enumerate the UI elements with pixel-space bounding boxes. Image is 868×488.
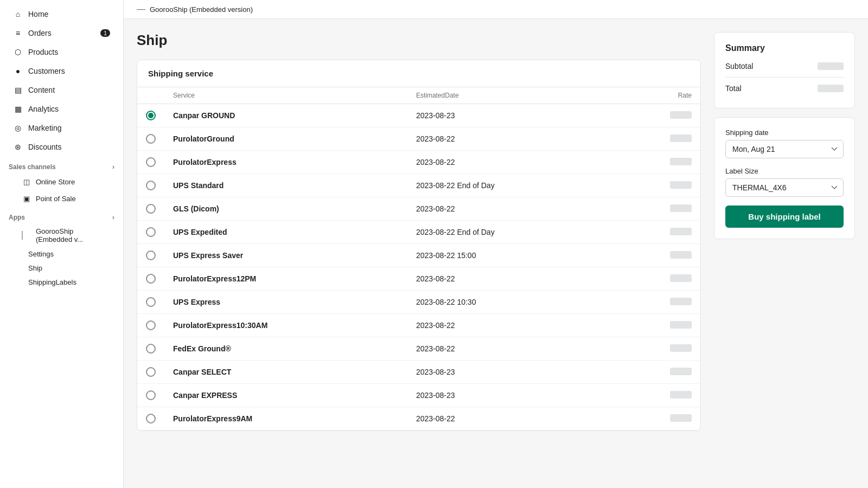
radio-button-gls-dicom[interactable] — [146, 204, 156, 214]
sidebar-item-content[interactable]: ▤ Content — [4, 81, 119, 99]
radio-cell[interactable] — [137, 407, 164, 431]
subtotal-label: Subtotal — [725, 62, 753, 70]
subtotal-value — [818, 62, 844, 70]
tree-line-icon — [22, 231, 29, 240]
summary-title: Summary — [725, 43, 844, 53]
table-row[interactable]: PurolatorExpress 2023-08-22 — [137, 151, 700, 174]
label-size-select[interactable]: THERMAL_4X6THERMAL_4X8LETTER — [725, 178, 844, 197]
table-row[interactable]: PurolatorExpress12PM 2023-08-22 — [137, 267, 700, 291]
sidebar-item-pos[interactable]: ▣ Point of Sale — [4, 190, 119, 207]
shipping-service-header: Shipping service — [137, 60, 700, 87]
service-name: UPS Standard — [173, 181, 224, 190]
table-row[interactable]: PurolatorExpress9AM 2023-08-22 — [137, 407, 700, 431]
breadcrumb-arrow-icon: — — [137, 4, 145, 14]
radio-button-fedex-ground[interactable] — [146, 344, 156, 354]
products-icon: ⬡ — [13, 47, 23, 57]
rate-cell — [616, 361, 700, 384]
radio-button-purolator-express-9am[interactable] — [146, 414, 156, 423]
radio-cell[interactable] — [137, 221, 164, 244]
app-name: GoorooShip (Embedded v... — [36, 227, 110, 243]
estimated-date-cell: 2023-08-22 — [407, 197, 616, 221]
sidebar-app-goorooship: GoorooShip (Embedded v... SettingsShipSh… — [0, 224, 123, 289]
main-content: — GoorooShip (Embedded version) Ship Shi… — [124, 0, 868, 488]
rate-cell — [616, 291, 700, 314]
radio-cell[interactable] — [137, 384, 164, 407]
sidebar-item-ship[interactable]: Ship — [4, 261, 119, 275]
rate-cell — [616, 174, 700, 197]
radio-cell[interactable] — [137, 151, 164, 174]
table-row[interactable]: Canpar SELECT 2023-08-23 — [137, 361, 700, 384]
apps-section: Apps › — [0, 207, 123, 223]
radio-cell[interactable] — [137, 267, 164, 291]
sidebar-item-products[interactable]: ⬡ Products — [4, 43, 119, 61]
radio-button-purolator-express-1030am[interactable] — [146, 320, 156, 330]
radio-cell[interactable] — [137, 314, 164, 337]
rate-cell — [616, 267, 700, 291]
sidebar-item-analytics[interactable]: ▦ Analytics — [4, 100, 119, 118]
radio-button-canpar-ground[interactable] — [146, 111, 156, 120]
radio-button-canpar-express[interactable] — [146, 390, 156, 400]
rate-value — [670, 391, 692, 399]
table-row[interactable]: Canpar GROUND 2023-08-23 — [137, 104, 700, 127]
sidebar-item-discounts[interactable]: ⊛ Discounts — [4, 138, 119, 156]
total-row: Total — [725, 84, 844, 93]
sidebar-item-label: Discounts — [28, 143, 61, 151]
sidebar-item-label: Analytics — [28, 105, 59, 113]
service-name-cell: PurolatorGround — [164, 127, 407, 151]
sidebar-app-label-goorooship[interactable]: GoorooShip (Embedded v... — [4, 224, 119, 247]
radio-cell[interactable] — [137, 291, 164, 314]
radio-button-purolator-express[interactable] — [146, 157, 156, 167]
table-row[interactable]: UPS Expedited 2023-08-22 End of Day — [137, 221, 700, 244]
rate-value — [670, 134, 692, 142]
sidebar-item-home[interactable]: ⌂ Home — [4, 5, 119, 23]
service-name-cell: PurolatorExpress12PM — [164, 267, 407, 291]
sidebar-item-marketing[interactable]: ◎ Marketing — [4, 119, 119, 137]
service-name-cell: UPS Standard — [164, 174, 407, 197]
estimated-date-cell: 2023-08-22 — [407, 151, 616, 174]
sales-channels-section: Sales channels › — [0, 157, 123, 173]
radio-button-canpar-select[interactable] — [146, 367, 156, 377]
radio-button-purolator-express-12pm[interactable] — [146, 274, 156, 284]
service-name: PurolatorGround — [173, 134, 234, 143]
service-name-cell: PurolatorExpress10:30AM — [164, 314, 407, 337]
table-row[interactable]: Canpar EXPRESS 2023-08-23 — [137, 384, 700, 407]
radio-button-ups-express-saver[interactable] — [146, 251, 156, 260]
badge-orders: 1 — [100, 29, 110, 37]
table-row[interactable]: GLS (Dicom) 2023-08-22 — [137, 197, 700, 221]
radio-button-ups-expedited[interactable] — [146, 227, 156, 237]
breadcrumb-text[interactable]: GoorooShip (Embedded version) — [150, 5, 253, 14]
table-row[interactable]: UPS Standard 2023-08-22 End of Day — [137, 174, 700, 197]
radio-cell[interactable] — [137, 197, 164, 221]
radio-cell[interactable] — [137, 104, 164, 127]
table-row[interactable]: PurolatorGround 2023-08-22 — [137, 127, 700, 151]
table-row[interactable]: PurolatorExpress10:30AM 2023-08-22 — [137, 314, 700, 337]
sidebar-item-orders[interactable]: ≡ Orders 1 — [4, 24, 119, 42]
sidebar-item-settings[interactable]: Settings — [4, 247, 119, 261]
estimated-date-cell: 2023-08-22 — [407, 407, 616, 431]
rate-cell — [616, 384, 700, 407]
estimated-date-cell: 2023-08-22 — [407, 314, 616, 337]
radio-button-purolator-ground[interactable] — [146, 134, 156, 144]
table-row[interactable]: UPS Express 2023-08-22 10:30 — [137, 291, 700, 314]
sidebar-item-shipping-labels[interactable]: ShippingLabels — [4, 275, 119, 289]
sidebar-item-label: Home — [28, 10, 48, 18]
radio-cell[interactable] — [137, 337, 164, 361]
sidebar-item-online-store[interactable]: ◫ Online Store — [4, 174, 119, 190]
radio-cell[interactable] — [137, 127, 164, 151]
shipping-date-select[interactable]: Mon, Aug 21 — [725, 140, 844, 158]
service-name: UPS Expedited — [173, 228, 227, 236]
table-row[interactable]: UPS Express Saver 2023-08-22 15:00 — [137, 244, 700, 267]
col-rate: Rate — [616, 87, 700, 104]
radio-button-ups-standard[interactable] — [146, 181, 156, 190]
radio-cell[interactable] — [137, 361, 164, 384]
rate-value — [670, 274, 692, 282]
radio-cell[interactable] — [137, 174, 164, 197]
rate-value — [670, 111, 692, 119]
radio-cell[interactable] — [137, 244, 164, 267]
table-row[interactable]: FedEx Ground® 2023-08-22 — [137, 337, 700, 361]
sidebar-item-customers[interactable]: ● Customers — [4, 62, 119, 80]
analytics-icon: ▦ — [13, 104, 23, 114]
radio-button-ups-express[interactable] — [146, 297, 156, 307]
service-name: PurolatorExpress12PM — [173, 274, 256, 283]
buy-shipping-label-button[interactable]: Buy shipping label — [725, 206, 844, 228]
